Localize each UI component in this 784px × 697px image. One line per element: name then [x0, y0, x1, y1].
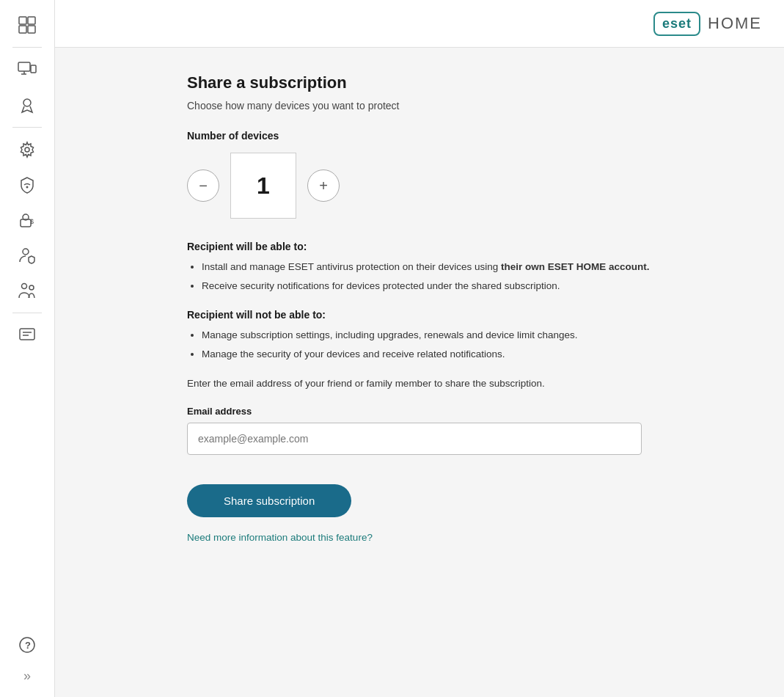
svg-text:?: ?	[25, 640, 31, 651]
shield-wifi-icon[interactable]	[11, 169, 43, 201]
header: eset HOME	[55, 0, 784, 48]
eset-logo: eset	[653, 12, 700, 36]
message-icon[interactable]	[11, 319, 43, 351]
help-icon[interactable]: ?	[11, 629, 43, 661]
recipient-cannot-title: Recipient will not be able to:	[187, 309, 747, 321]
bottom-section: Share subscription Need more information…	[187, 484, 747, 544]
decrement-button[interactable]: −	[187, 169, 219, 202]
svg-rect-5	[31, 65, 36, 73]
email-section: Enter the email address of your friend o…	[187, 376, 747, 455]
svg-point-9	[25, 147, 29, 152]
license-icon[interactable]	[11, 89, 43, 121]
device-count-display: 1	[230, 153, 296, 219]
password-icon[interactable]: $	[11, 204, 43, 236]
recipient-can-title: Recipient will be able to:	[187, 241, 747, 252]
page-title: Share a subscription	[187, 73, 747, 92]
svg-point-16	[29, 285, 34, 290]
recipient-cannot-item-1: Manage subscription settings, including …	[202, 328, 747, 343]
recipient-cannot-section: Recipient will not be able to: Manage su…	[187, 309, 747, 362]
main-content: eset HOME Share a subscription Choose ho…	[55, 0, 784, 697]
home-logo-text: HOME	[708, 14, 762, 33]
user-shield-icon[interactable]	[11, 239, 43, 271]
svg-point-8	[23, 99, 31, 106]
svg-rect-2	[19, 26, 26, 33]
svg-point-10	[26, 186, 29, 189]
svg-rect-4	[18, 62, 30, 71]
devices-icon[interactable]	[11, 54, 43, 86]
recipient-cannot-item-2: Manage the security of your devices and …	[202, 347, 747, 362]
page-subtitle: Choose how many devices you want to prot…	[187, 100, 747, 112]
recipient-can-list: Install and manage ESET antivirus protec…	[187, 260, 747, 294]
svg-text:$: $	[30, 218, 34, 225]
device-counter: − 1 +	[187, 153, 747, 219]
sidebar-divider-3	[12, 313, 42, 313]
email-label: Email address	[187, 406, 747, 417]
settings-gear-icon[interactable]	[11, 134, 43, 166]
logo-container: eset HOME	[653, 12, 762, 36]
email-description: Enter the email address of your friend o…	[187, 376, 747, 391]
svg-rect-3	[28, 26, 35, 33]
family-icon[interactable]	[11, 274, 43, 307]
dashboard-icon[interactable]	[11, 9, 43, 41]
recipient-cannot-list: Manage subscription settings, including …	[187, 328, 747, 362]
svg-rect-1	[28, 17, 35, 24]
svg-point-15	[22, 284, 27, 289]
share-subscription-button[interactable]: Share subscription	[187, 484, 351, 517]
svg-point-14	[23, 249, 29, 255]
devices-label: Number of devices	[187, 130, 747, 142]
svg-rect-17	[20, 329, 34, 340]
email-input[interactable]	[187, 423, 642, 455]
svg-rect-0	[19, 17, 26, 24]
content-area: Share a subscription Choose how many dev…	[55, 48, 784, 697]
info-link[interactable]: Need more information about this feature…	[187, 532, 373, 543]
recipient-can-item-2: Receive security notifications for devic…	[202, 279, 747, 293]
eset-logo-text: eset	[662, 16, 692, 32]
sidebar-divider-2	[12, 127, 42, 128]
increment-button[interactable]: +	[307, 169, 340, 202]
sidebar-divider-1	[12, 47, 42, 48]
recipient-can-item-1: Install and manage ESET antivirus protec…	[202, 260, 747, 274]
recipient-can-section: Recipient will be able to: Install and m…	[187, 241, 747, 294]
sidebar: $ ? »	[0, 0, 55, 697]
collapse-icon[interactable]: »	[23, 668, 31, 684]
